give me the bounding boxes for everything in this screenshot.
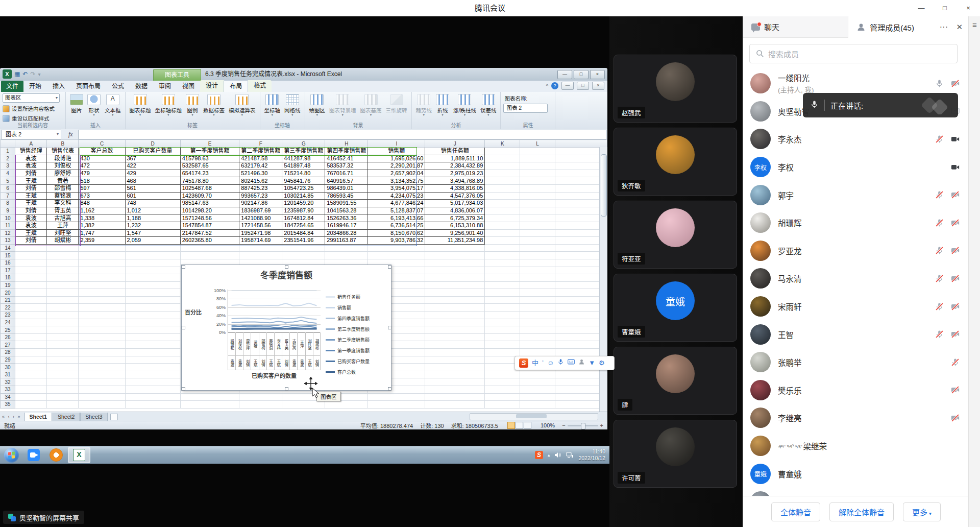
cell[interactable]: 1,162 (79, 207, 125, 214)
cell[interactable] (125, 274, 180, 282)
cell[interactable]: 2991163.87 (325, 237, 368, 245)
cell[interactable]: 441287.98 (282, 155, 325, 162)
video-tile-符亚亚[interactable]: 符亚亚 (614, 201, 737, 269)
cell[interactable] (79, 267, 125, 274)
cell[interactable] (180, 393, 239, 401)
cell[interactable] (425, 326, 485, 334)
cell[interactable]: 袁波 (15, 222, 47, 229)
taskbar-meeting-app[interactable] (23, 447, 44, 463)
cell[interactable]: 3,134,352.75 (368, 177, 425, 185)
cell[interactable] (79, 244, 125, 252)
footer-button-解除全体静音[interactable]: 解除全体静音 (829, 502, 894, 521)
cell[interactable] (47, 244, 79, 252)
redo-icon[interactable]: ↷ (30, 70, 35, 78)
column-header-H[interactable]: H (325, 140, 368, 148)
cell[interactable] (520, 267, 555, 274)
tab-manage-members[interactable]: 管理成员(45) (848, 16, 939, 38)
view-mode-buttons[interactable] (507, 422, 531, 429)
cell[interactable]: 6,736,514.25 (368, 222, 425, 229)
help-icon[interactable]: ? (551, 82, 558, 89)
undo-icon[interactable]: ↶ (22, 70, 28, 78)
cell[interactable] (368, 244, 425, 252)
ime-keyboard-icon[interactable] (568, 356, 575, 370)
column-header-L[interactable]: L (520, 140, 555, 148)
cell[interactable] (520, 393, 555, 401)
cell[interactable] (485, 207, 520, 214)
cell[interactable]: 销售经理 (15, 148, 47, 155)
cell[interactable] (79, 304, 125, 312)
tab-data[interactable]: 数据 (130, 81, 153, 92)
cell[interactable]: 1,547 (125, 229, 180, 237)
cell[interactable] (520, 184, 555, 192)
row-header-24[interactable]: 24 (1, 319, 15, 326)
cell[interactable]: 3,954,075.17 (368, 184, 425, 192)
cell[interactable] (520, 222, 555, 229)
ribbon-button-图片[interactable]: 图片 (68, 93, 85, 114)
cam-on-icon[interactable] (951, 163, 960, 172)
cell[interactable] (15, 319, 47, 326)
cell[interactable] (125, 244, 180, 252)
cell[interactable]: 1,747 (79, 229, 125, 237)
cell[interactable] (15, 281, 47, 289)
cell[interactable] (79, 371, 125, 378)
cell[interactable] (15, 393, 47, 401)
mic-off-icon[interactable] (935, 190, 944, 199)
chart-name-input[interactable]: 图表 2 (503, 104, 548, 113)
cell[interactable]: 1836987.69 (239, 207, 282, 214)
row-header-23[interactable]: 23 (1, 312, 15, 319)
row-header-5[interactable]: 5 (1, 177, 15, 185)
cell[interactable] (520, 177, 555, 185)
cell[interactable] (239, 244, 282, 252)
cell[interactable]: 986439.01 (325, 184, 368, 192)
cell[interactable] (47, 326, 79, 334)
cell[interactable] (47, 304, 79, 312)
cell[interactable] (425, 252, 485, 259)
cell[interactable]: 532587.65 (180, 162, 239, 170)
cell[interactable]: 李文科 (47, 200, 79, 207)
cell[interactable] (485, 177, 520, 185)
cell[interactable]: 2351541.96 (282, 237, 325, 245)
ribbon-button-三维旋转[interactable]: 三维旋转 (384, 93, 409, 114)
cell[interactable]: 刘倩 (15, 170, 47, 177)
sheet-tab-2[interactable]: Sheet2 (53, 413, 80, 421)
row-header-2[interactable]: 2 (1, 155, 15, 162)
member-row-李继亮[interactable]: 李继亮 (743, 404, 969, 432)
row-header-32[interactable]: 32 (1, 378, 15, 386)
cell[interactable]: 1847254.65 (282, 222, 325, 229)
chart-selection-handle[interactable] (388, 387, 391, 391)
zoom-slider[interactable]: −+ (562, 422, 603, 428)
cell[interactable] (180, 252, 239, 259)
cell[interactable]: 416452.41 (325, 155, 368, 162)
cell[interactable] (485, 237, 520, 245)
cell[interactable] (239, 401, 282, 409)
cell[interactable] (520, 401, 555, 409)
cell[interactable] (79, 319, 125, 326)
cell[interactable] (485, 333, 520, 341)
cell[interactable]: 1958714.69 (239, 237, 282, 245)
tray-network-icon[interactable] (566, 451, 574, 459)
cell[interactable]: 4,338,816.05 (425, 184, 485, 192)
cell[interactable] (520, 281, 555, 289)
qat-customize-icon[interactable]: ▾ (38, 71, 40, 77)
column-header-x[interactable] (555, 140, 607, 148)
row-header-30[interactable]: 30 (1, 364, 15, 371)
cell[interactable]: 古旭高 (47, 214, 79, 222)
chart-elements-dropdown[interactable]: 图表区 (3, 93, 60, 103)
cell[interactable] (520, 214, 555, 222)
cell[interactable] (282, 401, 325, 409)
cell[interactable]: 刘倩 (15, 184, 47, 192)
cell[interactable] (15, 259, 47, 267)
ribbon-button-形状[interactable]: 形状▾ (86, 93, 102, 117)
excel-close-icon[interactable]: × (590, 70, 605, 79)
book-restore-icon[interactable]: □ (577, 82, 589, 90)
ime-account-icon[interactable] (578, 356, 585, 370)
cell[interactable] (425, 267, 485, 274)
fx-icon[interactable]: fx (68, 131, 73, 138)
row-header-19[interactable]: 19 (1, 281, 15, 289)
cell[interactable] (485, 326, 520, 334)
cell[interactable]: 430 (79, 155, 125, 162)
cell[interactable] (485, 401, 520, 409)
cell[interactable] (520, 341, 555, 349)
row-header-17[interactable]: 17 (1, 267, 15, 274)
cam-off-icon[interactable] (951, 190, 960, 199)
